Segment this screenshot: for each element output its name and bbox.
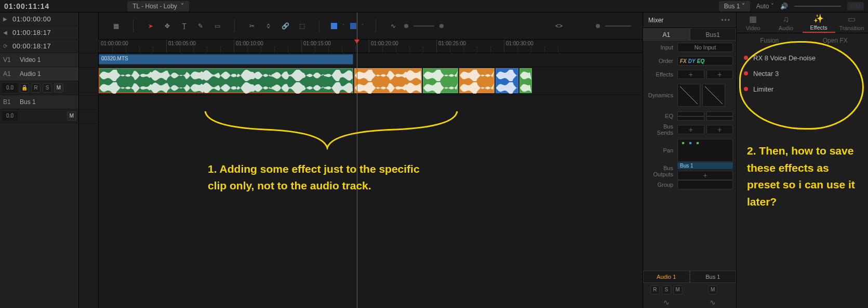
timeline-ruler[interactable]: 01:00:00:0001:00:05:0001:00:10:0001:00:1… [99, 40, 643, 53]
ruler-tick: 01:00:00:00 [99, 40, 128, 53]
pan-graph[interactable] [677, 139, 733, 162]
volume-icon[interactable]: 🔊 [780, 3, 788, 10]
video-icon: ▦ [749, 14, 757, 24]
timeline-view-options[interactable]: ▦ [110, 20, 122, 32]
volume-slider[interactable] [794, 6, 841, 7]
dim-button[interactable]: DIM [847, 2, 864, 10]
track-header-a1[interactable]: A1 Audio 1 [0, 67, 78, 81]
track-header-v1[interactable]: V1 Video 1 [0, 53, 78, 67]
mixer-tab-bus1[interactable]: Bus1 [690, 28, 737, 41]
flag-nav-marker[interactable] [350, 23, 356, 29]
text-tool[interactable]: Ṯ [178, 20, 190, 32]
link-tool[interactable]: 🔗 [279, 20, 291, 32]
bus-output-value[interactable]: Bus 1 [677, 162, 733, 169]
pan-label: Pan [646, 147, 677, 153]
track-header-b1[interactable]: B1 Bus 1 [0, 95, 78, 109]
strip-r[interactable]: R [650, 285, 660, 294]
timeline-name-dropdown[interactable]: TL - Host - Loby ˅ [127, 1, 189, 11]
transport-row-0[interactable]: ▶01:00:00:00 [0, 12, 78, 26]
fx-enable-dot[interactable] [744, 56, 748, 60]
fx-tab-effects[interactable]: ✨Effects [803, 12, 835, 33]
add-effect-slot-2[interactable]: + [706, 70, 733, 79]
waveform-tool[interactable]: ∿ [388, 20, 399, 32]
bus-sends-label: Bus Sends [646, 123, 677, 136]
bus-level[interactable]: 0.0 [2, 111, 18, 121]
dynamics-label: Dynamics [646, 92, 677, 98]
fx-enable-dot[interactable] [744, 87, 748, 91]
dynamics-graph-1[interactable] [677, 84, 700, 107]
eq-graph-2[interactable] [706, 111, 733, 121]
audio-clip-0[interactable] [99, 68, 353, 93]
transport-row-1[interactable]: ◀01:00:18:17 [0, 26, 78, 40]
lock-button[interactable] [20, 83, 29, 93]
blade-tool[interactable]: ✂ [246, 20, 258, 32]
transport-icon: ◀ [3, 30, 7, 35]
fx-tab-audio[interactable]: ♫Audio [769, 12, 802, 33]
audio-clip-2[interactable] [423, 68, 458, 93]
strip2-m[interactable]: M [708, 285, 717, 294]
strip-wave-1[interactable]: ∿ [643, 297, 690, 308]
record-button[interactable]: R [31, 83, 41, 93]
ruler-tick: 01:00:10:00 [234, 40, 263, 53]
fx-item-0[interactable]: RX 8 Voice De-noise [737, 50, 868, 66]
mixer-tab-a1[interactable]: A1 [643, 28, 690, 41]
solo-button[interactable]: S [43, 83, 52, 93]
fx-subtab-fusion[interactable]: Fusion [737, 33, 803, 48]
fx-tab-transition[interactable]: ▭Transition [835, 12, 868, 33]
fx-tab-video[interactable]: ▦Video [737, 12, 769, 33]
audio-clip-1[interactable] [354, 68, 422, 93]
group-slot[interactable] [677, 180, 733, 189]
video-track-lane[interactable]: 00320.MTS [99, 53, 643, 67]
code-view[interactable]: <> [553, 20, 565, 32]
mixer-strip-bus1[interactable]: Bus 1 [690, 271, 737, 283]
auto-dropdown[interactable]: Auto ˅ [756, 3, 774, 10]
bus-send-slot-2[interactable]: + [706, 125, 733, 134]
audio-clip-3[interactable] [459, 68, 495, 93]
zoom-dot-2[interactable] [596, 24, 600, 28]
audio-track-lane[interactable] [99, 67, 643, 95]
transport-icon: ⟳ [3, 43, 7, 49]
mixer-title: Mixer [648, 17, 663, 24]
audio-clip-5[interactable] [519, 68, 532, 93]
eq-graph-1[interactable] [677, 111, 704, 121]
annotation-text-1: 1. Adding some effect just to the specif… [208, 161, 421, 194]
mixer-strip-audio1[interactable]: Audio 1 [643, 271, 690, 283]
bus-send-slot-1[interactable]: + [677, 125, 704, 134]
track-level[interactable]: 0.0 [2, 83, 18, 93]
range-tool[interactable]: ▭ [211, 20, 223, 32]
fx-enable-dot[interactable] [744, 71, 748, 75]
trim-tool[interactable]: ✥ [162, 20, 173, 32]
bus-dropdown[interactable]: Bus 1 ˅ [719, 1, 750, 11]
order-buttons[interactable]: FX DY EQ [677, 56, 733, 66]
timeline-area: ▦ ➤ ✥ Ṯ ✎ ▭ ✂ ⧲ 🔗 ⬚ ˅ ˅ [99, 12, 643, 308]
zoom-slider-2[interactable] [605, 25, 631, 27]
strip-wave-2[interactable]: ∿ [690, 297, 737, 308]
snap-tool[interactable]: ⧲ [263, 20, 274, 32]
position-lock[interactable]: ⬚ [296, 20, 308, 32]
video-clip[interactable]: 00320.MTS [99, 54, 353, 65]
mixer-options[interactable]: ••• [721, 17, 731, 24]
strip-s[interactable]: S [662, 285, 671, 294]
strip-m[interactable]: M [673, 285, 683, 294]
zoom-dot-right[interactable] [439, 24, 444, 28]
mixer-panel: Mixer ••• A1 Bus1 Input No Input Order F… [643, 12, 736, 308]
audio-clip-4[interactable] [496, 68, 518, 93]
flag-marker[interactable] [331, 23, 337, 29]
zoom-dot-left[interactable] [404, 24, 408, 28]
dynamics-graph-2[interactable] [702, 84, 725, 107]
effects-panel: ▦Video ♫Audio ✨Effects ▭Transition Fusio… [736, 12, 868, 308]
input-dropdown[interactable]: No Input [677, 43, 733, 52]
fx-subtab-openfx[interactable]: Open FX [803, 33, 869, 48]
transport-row-2[interactable]: ⟳00:00:18:17 [0, 40, 78, 53]
pen-tool[interactable]: ✎ [195, 20, 206, 32]
playhead[interactable] [357, 12, 357, 308]
add-effect-slot-1[interactable]: + [677, 70, 704, 79]
fx-item-1[interactable]: Nectar 3 [737, 66, 868, 81]
selection-tool[interactable]: ➤ [145, 20, 156, 32]
bus-mute-button[interactable]: M [67, 111, 76, 121]
wand-icon: ✨ [813, 14, 824, 23]
fx-item-2[interactable]: Limiter [737, 81, 868, 97]
zoom-slider-1[interactable] [413, 25, 434, 27]
track-index-column [79, 12, 99, 308]
mute-button[interactable]: M [54, 83, 63, 93]
